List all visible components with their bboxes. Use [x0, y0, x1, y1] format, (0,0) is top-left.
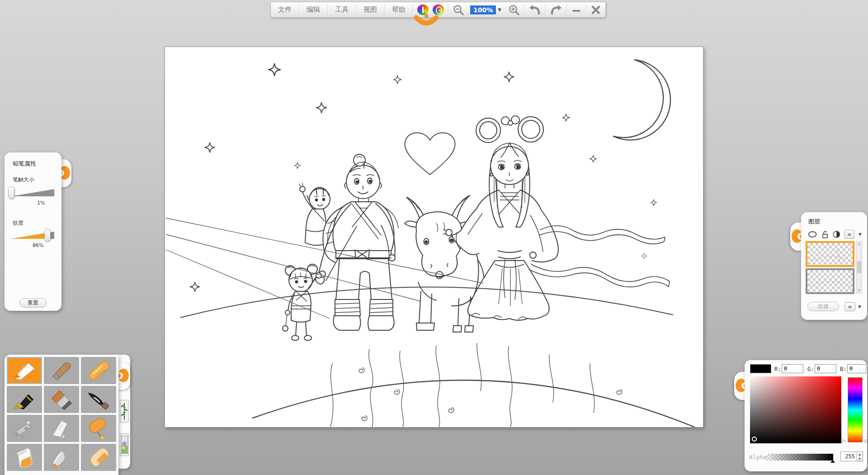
layer-item-1[interactable] [806, 241, 854, 267]
cowherd [316, 154, 398, 330]
green-label: G: [807, 366, 814, 372]
color-picker-panel: R: G: B: ▷ ◁ Alpha 255 ▲ ▼ [745, 360, 867, 471]
tool-marker-knife[interactable] [44, 444, 79, 471]
layer-1-preview [807, 243, 853, 265]
tool-pencil[interactable] [7, 357, 42, 384]
mascot-smile-handle[interactable] [412, 14, 440, 29]
heart-outline [405, 133, 455, 175]
paint-brush-icon [48, 389, 75, 410]
scroll-up-arrow[interactable]: ∧ [857, 242, 862, 247]
blue-label: B: [840, 366, 846, 372]
red-input[interactable] [782, 364, 803, 373]
paint-roller-icon [85, 418, 112, 439]
layers-scrollbar[interactable]: ∧ ∨ [856, 241, 862, 294]
reset-button[interactable]: 重置 [19, 298, 47, 308]
red-label: R: [774, 366, 781, 372]
brush-size-label: 笔触大小 [13, 176, 34, 184]
tool-palette-knife[interactable] [44, 415, 79, 442]
scrollbar-thumb[interactable] [857, 261, 861, 273]
paint-jar-icon [11, 446, 38, 468]
opacity-icon[interactable] [833, 230, 840, 238]
tool-eraser[interactable] [81, 444, 116, 471]
weaver-girl [443, 116, 670, 320]
layers-bottom-menu-caret[interactable]: ▼ [858, 304, 861, 309]
tool-palette [5, 355, 118, 475]
tool-paint-roller[interactable] [81, 415, 116, 442]
tool-grid [7, 357, 116, 471]
hue-marker-left[interactable]: ▷ [842, 438, 846, 444]
eraser-icon [85, 446, 112, 468]
layer-menu-caret[interactable]: ▼ [859, 232, 862, 237]
menu-edit[interactable]: 编辑 [299, 2, 327, 17]
charcoal-stick-icon [48, 360, 75, 381]
girl-child [283, 264, 321, 341]
pencil-icon [11, 360, 38, 381]
layers-panel-title: 图层 [808, 218, 820, 226]
alpha-spin-down[interactable]: ▼ [857, 456, 863, 461]
new-layer-button[interactable]: 新建 [807, 302, 839, 311]
pencil-properties-panel: 铅笔属性 笔触大小 1% 软度 86% 重置 [5, 152, 61, 311]
layer-menu-icon[interactable]: ≡ [844, 230, 854, 239]
airbrush-icon [11, 418, 38, 439]
alpha-slider[interactable] [766, 454, 833, 461]
layers-panel: 图层 ≡ ▼ ∧ ∨ 新建 ≡ ▼ [801, 212, 867, 320]
app-root: { "toolbar": { "menus": ["文件", "编辑", "工具… [0, 0, 868, 475]
close-icon[interactable] [586, 2, 605, 17]
undo-icon[interactable] [524, 2, 545, 17]
palette-knife-icon [48, 418, 75, 439]
alpha-value[interactable]: 255 [841, 452, 856, 461]
marker-knife-icon [48, 446, 75, 468]
zoom-in-icon[interactable] [504, 2, 524, 17]
zoom-level-caret[interactable]: ▼ [497, 7, 504, 12]
hue-bar[interactable] [848, 377, 863, 442]
scroll-down-arrow[interactable]: ∨ [857, 288, 862, 293]
visibility-icon[interactable] [807, 230, 817, 238]
layer-item-2[interactable] [806, 268, 854, 294]
menu-view[interactable]: 视图 [356, 2, 384, 17]
brush-size-value: 1% [37, 200, 45, 206]
milky-way-river [253, 343, 703, 427]
picture-icon [121, 436, 128, 454]
menu-help[interactable]: 帮助 [385, 2, 413, 17]
zoom-out-icon[interactable] [448, 2, 468, 17]
zoom-level-value[interactable]: 100% [470, 5, 496, 14]
bamboo-stamp-button[interactable] [120, 400, 129, 423]
blue-input[interactable] [847, 364, 866, 373]
picture-stamp-button[interactable] [120, 433, 129, 456]
tool-fountain-pen[interactable] [7, 386, 42, 413]
saturation-value-field[interactable] [750, 376, 841, 443]
crayon-icon [85, 360, 112, 381]
menu-file[interactable]: 文件 [271, 2, 299, 17]
hue-marker-right[interactable]: ◁ [863, 438, 867, 444]
pencil-panel-title: 铅笔属性 [13, 160, 36, 168]
tool-paint-jar[interactable] [7, 444, 42, 471]
softness-slider-thumb[interactable] [44, 229, 51, 242]
minimize-icon[interactable] [567, 2, 586, 17]
unlock-icon[interactable] [821, 230, 829, 239]
tool-paint-brush[interactable] [44, 386, 79, 413]
line-art-drawing [165, 47, 703, 427]
menu-tools[interactable]: 工具 [328, 2, 356, 17]
drawing-canvas[interactable] [165, 47, 703, 428]
softness-label: 软度 [13, 219, 24, 227]
crescent-moon [613, 60, 670, 140]
redo-icon[interactable] [546, 2, 566, 17]
layer-2-preview [807, 270, 853, 292]
tool-airbrush[interactable] [7, 415, 42, 442]
brush-size-slider-thumb[interactable] [8, 186, 14, 199]
alpha-slider-marker[interactable] [830, 460, 835, 463]
layers-bottom-menu-icon[interactable]: ≡ [844, 302, 855, 311]
alpha-spin-up[interactable]: ▲ [857, 452, 863, 456]
current-color-swatch[interactable] [750, 364, 771, 373]
softness-value: 86% [33, 242, 43, 248]
tool-crayon[interactable] [81, 357, 116, 384]
ink-brush-icon [85, 389, 112, 410]
color-field-cursor[interactable] [752, 437, 757, 442]
brush-size-slider[interactable] [11, 188, 54, 198]
tool-ink-brush[interactable] [81, 386, 116, 413]
fountain-pen-icon [11, 389, 38, 410]
tool-charcoal-stick[interactable] [44, 357, 79, 384]
green-input[interactable] [815, 364, 836, 373]
alpha-label: Alpha [749, 454, 767, 461]
alpha-spinner: 255 ▲ ▼ [840, 451, 863, 461]
